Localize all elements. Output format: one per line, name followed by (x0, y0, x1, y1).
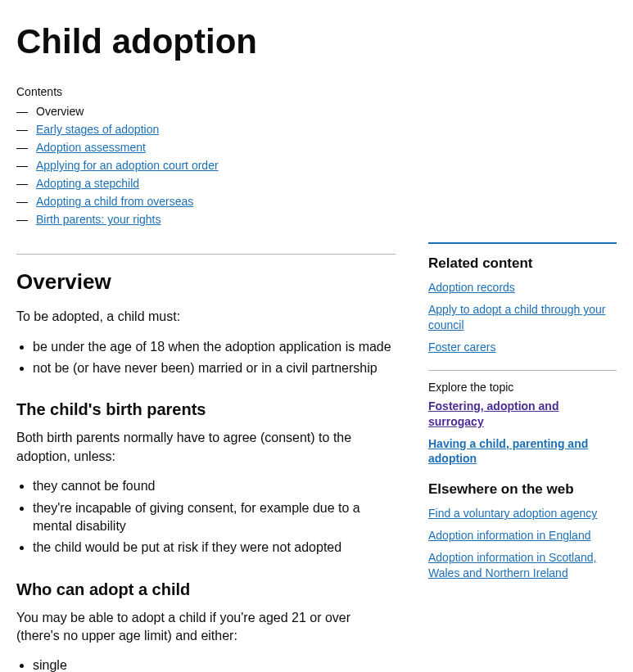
who-can-adopt-heading: Who can adopt a child (16, 580, 396, 599)
contents-item: Applying for an adoption court order (16, 159, 617, 172)
contents-current: Overview (36, 105, 84, 118)
related-link[interactable]: Adoption records (428, 280, 617, 295)
related-link[interactable]: Apply to adopt a child through your coun… (428, 302, 617, 333)
divider (16, 254, 396, 255)
overview-heading: Overview (16, 269, 396, 295)
list-item: they're incapable of giving consent, for… (33, 499, 396, 536)
contents-item: Adopting a stepchild (16, 177, 617, 190)
related-link[interactable]: Foster carers (428, 340, 617, 355)
birth-parents-list: they cannot be found they're incapable o… (16, 477, 396, 557)
contents-item: Overview (16, 105, 617, 118)
explore-topic-label: Explore the topic (428, 381, 617, 394)
overview-intro: To be adopted, a child must: (16, 308, 396, 326)
contents-link[interactable]: Adopting a stepchild (36, 177, 139, 190)
contents-label: Contents (16, 85, 617, 98)
elsewhere-heading: Elsewhere on the web (428, 481, 617, 498)
elsewhere-link[interactable]: Adoption information in England (428, 528, 617, 543)
contents-item: Adopting a child from overseas (16, 195, 617, 208)
elsewhere-link[interactable]: Adoption information in Scotland, Wales … (428, 550, 617, 581)
contents-link[interactable]: Early stages of adoption (36, 123, 159, 136)
explore-link[interactable]: Having a child, parenting and adoption (428, 436, 617, 467)
list-item: not be (or have never been) married or i… (33, 359, 396, 377)
sidebar: Related content Adoption records Apply t… (428, 242, 617, 672)
birth-parents-heading: The child's birth parents (16, 400, 396, 419)
list-item: single (33, 656, 396, 672)
divider (428, 370, 617, 371)
contents-item: Early stages of adoption (16, 123, 617, 136)
contents-link[interactable]: Adoption assessment (36, 141, 146, 154)
contents-link[interactable]: Birth parents: your rights (36, 213, 161, 226)
explore-link[interactable]: Fostering, adoption and surrogacy (428, 399, 617, 430)
related-content-heading: Related content (428, 255, 617, 272)
contents-list: Overview Early stages of adoption Adopti… (16, 105, 617, 226)
who-can-adopt-list: single married in a civil partnership an… (16, 656, 396, 672)
contents-item: Birth parents: your rights (16, 213, 617, 226)
main-content: Overview To be adopted, a child must: be… (16, 242, 396, 672)
who-can-adopt-intro: You may be able to adopt a child if you'… (16, 609, 396, 646)
overview-list: be under the age of 18 when the adoption… (16, 338, 396, 378)
list-item: they cannot be found (33, 477, 396, 495)
birth-parents-intro: Both birth parents normally have to agre… (16, 429, 396, 466)
contents-item: Adoption assessment (16, 141, 617, 154)
contents-link[interactable]: Adopting a child from overseas (36, 195, 193, 208)
page-title: Child adoption (16, 23, 617, 61)
list-item: the child would be put at risk if they w… (33, 539, 396, 557)
list-item: be under the age of 18 when the adoption… (33, 338, 396, 356)
elsewhere-link[interactable]: Find a voluntary adoption agency (428, 506, 617, 521)
contents-link[interactable]: Applying for an adoption court order (36, 159, 219, 172)
